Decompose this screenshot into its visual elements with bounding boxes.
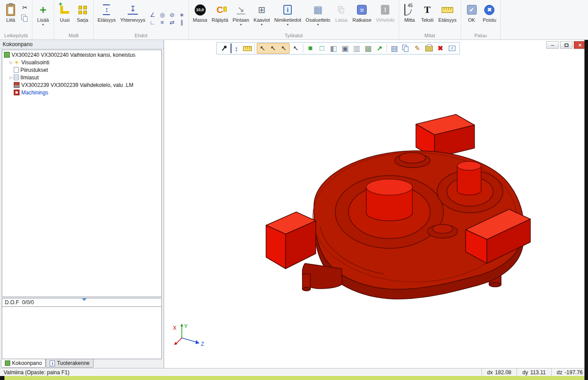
perpendicular-constraint-icon[interactable]: ∟	[148, 19, 157, 26]
splitter-arrow-icon[interactable]	[82, 298, 86, 301]
coord-dx: dx 182.08	[482, 368, 517, 376]
axis-y-label: Y	[184, 323, 188, 329]
external-window-icon[interactable]: ↗	[447, 43, 457, 53]
copy-button[interactable]	[20, 14, 29, 23]
table-icon: ▦	[314, 4, 323, 16]
parts-list-button[interactable]: ▦ Osaluettelo ▾	[303, 1, 333, 31]
info-icon: i	[283, 5, 292, 15]
error-log-button: ! Virheloki	[374, 1, 397, 31]
tree-item-part[interactable]: VX3002239 VX3002239 Vaihdekotelo, valu .…	[2, 81, 161, 89]
minimize-button[interactable]: –	[546, 41, 559, 49]
constraint-grid: ∠ ◎ ⊘ ∗ ∟ ≡ ⇄ ∥	[148, 11, 187, 26]
status-message: Valmiina (Opaste: paina F1)	[0, 369, 482, 376]
tab-kokoonpano[interactable]: Kokoonpano	[1, 359, 46, 368]
letter-t-icon: T	[424, 4, 431, 16]
group-label-clipboard: Leikepöytä	[0, 32, 32, 39]
mass-button[interactable]: 10,0 Massa	[191, 1, 209, 31]
pin-icon[interactable]	[219, 43, 230, 53]
add-button[interactable]: + Lisää ▾	[34, 1, 52, 31]
separator	[387, 44, 387, 53]
diagram-nodes-icon: ⊞	[258, 4, 266, 15]
preview-panel	[2, 307, 162, 359]
sun-icon: ☀	[14, 59, 20, 65]
ribbon-group-clipboard: Liitä ✂ Leikepöytä	[0, 0, 32, 39]
window-controls: – ×	[546, 41, 586, 49]
tree-item-drawings[interactable]: Piirustukset	[2, 66, 161, 74]
group-label-constraints: Ehdot	[94, 32, 188, 39]
tree-item-appearances[interactable]: ▷ Ilmiasut	[2, 74, 161, 81]
copy-structure-icon[interactable]	[400, 43, 411, 53]
arrow-to-surface-icon: ↘	[237, 5, 245, 15]
mass-icon: 10,0	[195, 4, 206, 16]
ribbon-group-add: + Lisää ▾	[32, 0, 54, 39]
sketch-icon[interactable]: ✎	[412, 43, 423, 53]
assembly-tree[interactable]: VX3002240 VX3002240 Vaihteiston kansi, k…	[2, 50, 162, 297]
expander-icon[interactable]: ▷	[8, 75, 14, 80]
panel-title: Kokoonpano	[0, 40, 164, 49]
shadow-cube-icon[interactable]: ▩	[363, 43, 373, 53]
bottom-strip	[0, 376, 588, 380]
measure-button[interactable]: 45 Mitta	[401, 1, 419, 31]
series-button[interactable]: Sarja	[74, 1, 91, 31]
pick-edge-icon[interactable]: ↖	[268, 43, 278, 53]
print-icon[interactable]	[423, 43, 434, 53]
tree-item-machinings[interactable]: Machinings	[2, 89, 161, 96]
drag-dimension-icon[interactable]: ↕	[231, 43, 241, 53]
3d-model[interactable]: X Y Z	[164, 40, 584, 368]
tree-item-visualization[interactable]: ▷ ☀ Visualisointi	[2, 59, 161, 66]
text-button[interactable]: T Teksti	[419, 1, 436, 31]
solve-equals-icon: =	[357, 5, 367, 15]
align-constraint-icon[interactable]: ≡	[157, 19, 167, 26]
restore-button[interactable]	[560, 41, 572, 49]
tangent-constraint-icon[interactable]: ⊘	[167, 11, 177, 19]
delete-icon[interactable]: ✖	[435, 43, 446, 53]
dropdown-caret-icon: ▾	[287, 23, 289, 27]
explode-button[interactable]: C Räjäytä	[209, 1, 230, 31]
application-window: Liitä ✂ Leikepöytä + Lisää ▾	[0, 0, 588, 380]
parallel-constraint-icon[interactable]: ∥	[177, 19, 187, 26]
pick-entity-icon[interactable]: ↖	[290, 43, 301, 53]
flat-cube-icon[interactable]: ▥	[351, 43, 362, 53]
ribbon-group-tools: 10,0 Massa C Räjäytä ↘ Pintaan ▾ ⊞ Kaavi…	[189, 0, 399, 39]
coord-dy: dy 113.11	[517, 368, 551, 376]
hidden-line-cube-icon[interactable]: ◧	[328, 43, 339, 53]
angle-constraint-icon[interactable]: ∠	[148, 11, 157, 19]
ok-button[interactable]: ✔ OK	[463, 1, 481, 31]
exit-button[interactable]: ✖ Poistu	[481, 1, 499, 31]
expander-icon[interactable]: ▷	[8, 60, 14, 65]
appearance-list-icon	[14, 74, 19, 80]
update-geometry-icon[interactable]: ↗	[374, 43, 385, 53]
wireframe-cube-icon[interactable]: □	[317, 43, 327, 53]
paste-button[interactable]: Liitä	[2, 1, 20, 31]
distance-measure-button[interactable]: Etäisyys	[436, 1, 459, 31]
pick-face-icon[interactable]: ↖	[278, 43, 289, 53]
machining-icon	[14, 90, 20, 95]
viewport-toolbar: ↕ ↖ ↖ ↖ ↖ ■ □ ◧ ▣ ▥ ▩ ↗ ▤ ✎	[216, 42, 460, 55]
ruler-icon[interactable]	[242, 43, 253, 53]
concentric-constraint-icon[interactable]: ◎	[157, 11, 167, 19]
to-surface-button[interactable]: ↘ Pintaan ▾	[231, 1, 251, 31]
pick-point-icon[interactable]: ↖	[257, 43, 268, 53]
coincidence-constraint-button[interactable]: ↧ Yhtenevyys	[118, 1, 148, 31]
3d-viewport[interactable]: ↕ ↖ ↖ ↖ ↖ ■ □ ◧ ▣ ▥ ▩ ↗ ▤ ✎	[164, 40, 588, 368]
axes-triad: X Y Z	[173, 323, 204, 347]
exclamation-icon: !	[381, 5, 389, 15]
pattern-constraint-icon[interactable]: ∗	[177, 11, 187, 19]
distance-constraint-button[interactable]: ↕ Etäisyys	[95, 1, 118, 31]
load-button: Lataa	[333, 1, 350, 31]
tab-tuoterakenne[interactable]: i Tuoterakenne	[46, 359, 94, 368]
cut-button[interactable]: ✂	[20, 3, 29, 12]
tree-item-root[interactable]: VX3002240 VX3002240 Vaihteiston kansi, k…	[2, 51, 161, 59]
check-icon: ✔	[467, 5, 477, 15]
ribbon-group-dimensions: 45 Mitta T Teksti Etäisyys Mitat	[399, 0, 461, 39]
assembly-icon	[5, 360, 10, 366]
item-data-button[interactable]: i Nimiketiedot ▾	[272, 1, 304, 31]
solve-button[interactable]: = Ratkaise	[350, 1, 374, 31]
diagrams-button[interactable]: ⊞ Kaaviot ▾	[251, 1, 272, 31]
distribute-constraint-icon[interactable]: ⇄	[167, 19, 177, 26]
visible-edges-cube-icon[interactable]: ▣	[340, 43, 350, 53]
parts-list-icon[interactable]: ▤	[389, 43, 400, 53]
shaded-cube-icon[interactable]: ■	[305, 43, 316, 53]
dropdown-caret-icon: ▾	[317, 23, 319, 27]
new-button[interactable]: + Uusi	[56, 1, 74, 31]
